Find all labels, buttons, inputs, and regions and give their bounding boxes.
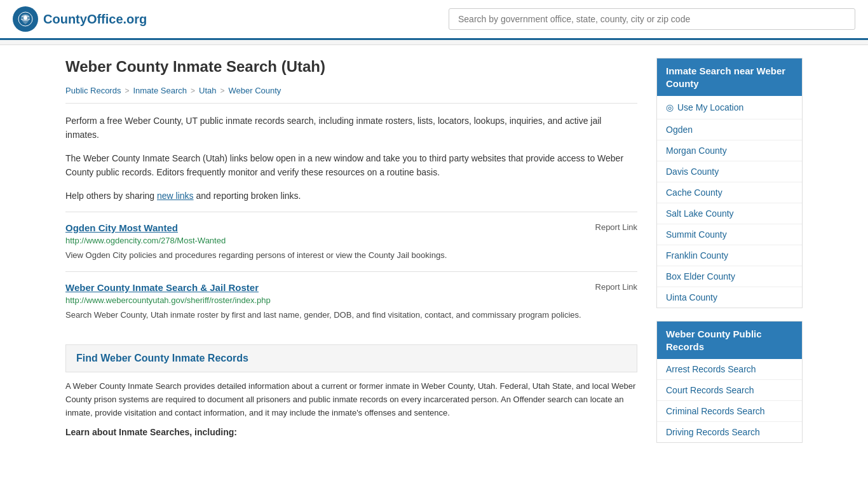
sidebar-item-box-elder-county[interactable]: Box Elder County	[657, 266, 802, 287]
main-container: Weber County Inmate Search (Utah) Public…	[53, 45, 815, 468]
desc-paragraph-2: The Weber County Inmate Search (Utah) li…	[65, 151, 637, 180]
desc-paragraph-1: Perform a free Weber County, UT public i…	[65, 114, 637, 142]
sidebar-item-arrest-records[interactable]: Arrest Records Search	[657, 359, 802, 380]
resource-entry-2: Weber County Inmate Search & Jail Roster…	[65, 271, 637, 332]
resource-url-2[interactable]: http://www.webercountyutah.gov/sheriff/r…	[65, 295, 637, 305]
report-link-2[interactable]: Report Link	[595, 282, 637, 292]
search-bar-container	[449, 8, 855, 30]
report-link-1[interactable]: Report Link	[595, 222, 637, 232]
search-input[interactable]	[449, 8, 855, 30]
resource-url-1[interactable]: http://www.ogdencity.com/278/Most-Wanted	[65, 236, 637, 245]
sidebar-item-uinta-county[interactable]: Uinta County	[657, 287, 802, 308]
use-my-location[interactable]: ◎ Use My Location	[657, 96, 802, 119]
sidebar-item-court-records[interactable]: Court Records Search	[657, 380, 802, 401]
desc3-suffix: and reporting broken links.	[194, 191, 301, 201]
find-section-heading: Find Weber County Inmate Records	[76, 353, 627, 364]
resource-desc-2: Search Weber County, Utah inmate roster …	[65, 309, 637, 322]
breadcrumb-public-records[interactable]: Public Records	[65, 86, 121, 95]
find-section-body: A Weber County Inmate Search provides de…	[65, 380, 637, 419]
logo-area[interactable]: CountyOffice.org	[13, 6, 147, 32]
content-area: Weber County Inmate Search (Utah) Public…	[65, 58, 637, 456]
sidebar-item-morgan-county[interactable]: Morgan County	[657, 140, 802, 161]
breadcrumb-inmate-search[interactable]: Inmate Search	[133, 86, 187, 95]
new-links-link[interactable]: new links	[157, 191, 194, 201]
sidebar-public-records-header: Weber County Public Records	[657, 322, 802, 359]
svg-point-1	[24, 16, 27, 20]
sidebar-item-cache-county[interactable]: Cache County	[657, 182, 802, 203]
header: CountyOffice.org	[0, 0, 868, 40]
sidebar-inmate-section: Inmate Search near Weber County ◎ Use My…	[656, 58, 803, 308]
resource-desc-1: View Ogden City policies and procedures …	[65, 249, 637, 262]
desc-paragraph-3: Help others by sharing new links and rep…	[65, 189, 637, 203]
sidebar-item-ogden[interactable]: Ogden	[657, 119, 802, 140]
sidebar-public-records-section: Weber County Public Records Arrest Recor…	[656, 321, 803, 443]
logo-icon	[13, 6, 38, 32]
breadcrumb-weber-county[interactable]: Weber County	[229, 86, 281, 95]
page-title: Weber County Inmate Search (Utah)	[65, 58, 637, 76]
sidebar-item-salt-lake-county[interactable]: Salt Lake County	[657, 203, 802, 224]
top-nav-bar	[0, 40, 868, 45]
sidebar: Inmate Search near Weber County ◎ Use My…	[656, 58, 803, 456]
sidebar-item-criminal-records[interactable]: Criminal Records Search	[657, 401, 802, 422]
sidebar-inmate-header: Inmate Search near Weber County	[657, 58, 802, 96]
resource-title-2[interactable]: Weber County Inmate Search & Jail Roster	[65, 282, 259, 293]
learn-heading: Learn about Inmate Searches, including:	[65, 427, 637, 437]
use-location-label: Use My Location	[677, 102, 743, 112]
resource-title-1[interactable]: Ogden City Most Wanted	[65, 222, 178, 233]
breadcrumb: Public Records > Inmate Search > Utah > …	[65, 86, 637, 104]
logo-text: CountyOffice.org	[43, 12, 147, 27]
breadcrumb-sep-2: >	[191, 86, 195, 95]
resource-entry-1: Ogden City Most Wanted Report Link http:…	[65, 212, 637, 272]
desc3-prefix: Help others by sharing	[65, 191, 157, 201]
resource-header-2: Weber County Inmate Search & Jail Roster…	[65, 282, 637, 293]
sidebar-item-franklin-county[interactable]: Franklin County	[657, 245, 802, 266]
breadcrumb-sep-1: >	[125, 86, 129, 95]
breadcrumb-utah[interactable]: Utah	[199, 86, 216, 95]
find-section-box: Find Weber County Inmate Records	[65, 344, 637, 372]
breadcrumb-sep-3: >	[220, 86, 224, 95]
sidebar-item-summit-county[interactable]: Summit County	[657, 224, 802, 245]
sidebar-item-driving-records[interactable]: Driving Records Search	[657, 422, 802, 442]
sidebar-item-davis-county[interactable]: Davis County	[657, 161, 802, 182]
location-icon: ◎	[666, 102, 674, 112]
resource-header-1: Ogden City Most Wanted Report Link	[65, 222, 637, 233]
